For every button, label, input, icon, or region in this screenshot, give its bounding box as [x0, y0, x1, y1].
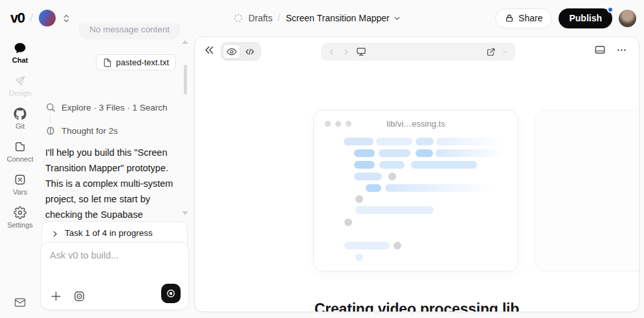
attachment-chip[interactable]: pasted-text.txt	[96, 54, 176, 70]
skeleton-dot	[394, 242, 401, 249]
sidebar-item-vars[interactable]: Vars	[0, 168, 40, 201]
sidebar-item-label: Vars	[13, 188, 27, 196]
sidebar-item-label: Chat	[12, 56, 28, 64]
chat-panel: No message content pasted-text.txt Explo…	[40, 23, 189, 221]
feedback-mail-icon[interactable]	[0, 296, 40, 309]
chat-scroll-down-arrow[interactable]	[182, 211, 188, 215]
generating-file-card: lib/vi…essing.ts	[313, 110, 518, 271]
project-switcher-icon[interactable]	[61, 14, 71, 23]
publish-notification-dot	[607, 6, 614, 13]
breadcrumb-drafts[interactable]: Drafts	[249, 13, 272, 23]
top-bar-right: Share Publish	[495, 0, 636, 36]
share-label: Share	[518, 13, 542, 23]
skeleton-pill	[354, 149, 375, 157]
preview-toolbar-right	[594, 44, 627, 56]
eye-icon	[227, 47, 237, 57]
generation-status-heading: Creating video processing lib	[195, 301, 639, 312]
sidebar-item-settings[interactable]: Settings	[0, 201, 40, 234]
publish-label: Publish	[569, 13, 602, 23]
sidebar-item-label: Settings	[7, 221, 33, 229]
v0-logo[interactable]: v0	[10, 10, 24, 26]
vars-icon	[14, 173, 27, 186]
assistant-message: I'll help you build this "Screen Transit…	[45, 145, 185, 221]
brain-icon	[45, 125, 56, 136]
lock-icon	[505, 14, 514, 23]
sidebar-item-git[interactable]: Git	[0, 102, 40, 135]
explore-label: Explore · 3 Files · 1 Search	[61, 103, 168, 112]
skeleton-pill	[436, 149, 504, 157]
skeleton-dot	[355, 195, 363, 203]
search-icon	[45, 102, 56, 112]
preview-panel: lib/vi…essing.ts Creating video processi…	[194, 36, 639, 312]
skeleton-pill	[411, 161, 477, 169]
chat-scrollbar-thumb[interactable]	[184, 65, 187, 94]
breadcrumb: Drafts / Screen Transition Mapper	[233, 0, 401, 36]
forward-icon[interactable]	[342, 48, 350, 56]
explore-step[interactable]: Explore · 3 Files · 1 Search	[45, 102, 168, 112]
file-icon	[103, 58, 112, 67]
chat-input[interactable]	[50, 250, 179, 280]
scope-icon	[73, 290, 85, 302]
stop-icon	[165, 288, 177, 299]
skeleton-pill	[354, 173, 382, 180]
skeleton-pill	[366, 184, 381, 192]
thought-label: Thought for 2s	[61, 126, 118, 136]
skeleton-pill	[344, 242, 390, 249]
user-avatar[interactable]	[619, 10, 636, 27]
preview-address-bar[interactable]	[321, 43, 515, 61]
thought-step[interactable]: Thought for 2s	[45, 125, 118, 136]
skeleton-pill	[354, 161, 375, 169]
task-progress-label: Task 1 of 4 in progress	[65, 228, 153, 238]
chevron-down-icon	[393, 14, 401, 23]
skeleton-pill	[376, 138, 412, 145]
stop-generation-button[interactable]	[161, 284, 181, 303]
composer-actions	[50, 290, 85, 302]
nav-rail: Chat Design Git Connect Vars Settings	[0, 36, 40, 318]
sidebar-item-label: Connect	[7, 155, 34, 163]
path-separator: /	[30, 12, 32, 24]
scope-selector-button[interactable]	[73, 290, 85, 302]
skeleton-pill	[355, 206, 434, 214]
code-mode-tab[interactable]	[241, 44, 259, 59]
skeleton-pill	[436, 138, 506, 145]
preview-toolbar	[195, 42, 639, 61]
github-icon	[14, 107, 27, 120]
sidebar-item-label: Git	[16, 122, 25, 130]
skeleton-pill	[379, 161, 405, 169]
skeleton-dot	[344, 218, 352, 226]
skeleton-dot	[388, 173, 396, 180]
add-attachment-button[interactable]	[50, 290, 62, 302]
view-mode-segmented-control	[221, 42, 261, 61]
breadcrumb-separator: /	[278, 12, 280, 24]
design-icon	[14, 74, 27, 87]
address-bar-more-icon[interactable]	[502, 48, 509, 56]
preview-mode-tab[interactable]	[223, 44, 241, 59]
gear-icon	[14, 206, 27, 219]
sidebar-item-design[interactable]: Design	[0, 69, 40, 102]
skeleton-lines	[314, 111, 518, 271]
more-options-icon[interactable]	[616, 45, 627, 56]
drafts-icon	[233, 13, 243, 23]
timeline-connector	[50, 115, 50, 124]
sidebar-item-chat[interactable]: Chat	[0, 36, 40, 69]
attachment-name: pasted-text.txt	[116, 58, 169, 67]
skeleton-pill	[385, 184, 494, 192]
project-title[interactable]: Screen Transition Mapper	[285, 13, 401, 23]
user-message-bubble: No message content	[79, 23, 180, 39]
collapse-sidebar-button[interactable]	[204, 45, 215, 56]
skeleton-pill	[344, 138, 373, 145]
layout-panel-icon[interactable]	[594, 44, 606, 56]
sidebar-item-connect[interactable]: Connect	[0, 135, 40, 168]
back-icon[interactable]	[328, 48, 336, 56]
chat-scroll-up-arrow[interactable]	[182, 40, 188, 44]
next-file-card	[535, 110, 639, 271]
viewport-desktop-icon[interactable]	[356, 47, 366, 57]
skeleton-pill	[416, 149, 433, 157]
plus-icon	[50, 290, 62, 302]
open-external-icon[interactable]	[486, 47, 496, 57]
skeleton-pill	[355, 253, 363, 261]
sidebar-item-label: Design	[9, 89, 31, 97]
share-button[interactable]: Share	[495, 8, 552, 28]
skeleton-pill	[416, 138, 434, 145]
publish-button[interactable]: Publish	[559, 8, 612, 28]
